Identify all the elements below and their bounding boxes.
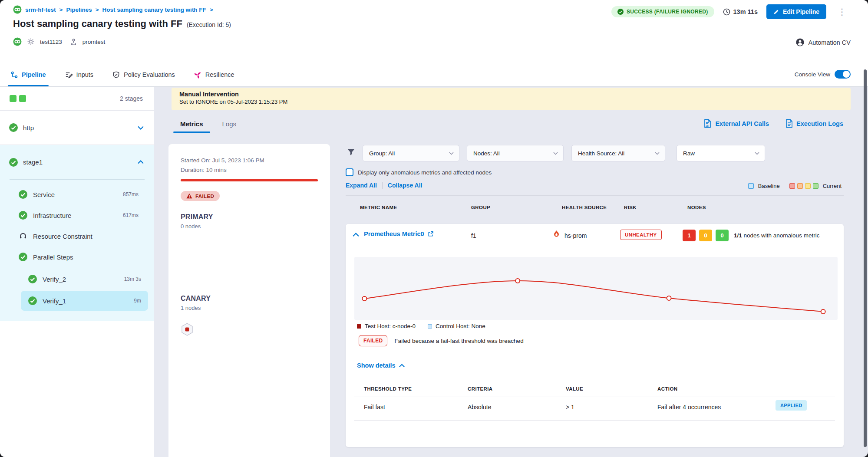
sidebar-step-infrastructure[interactable]: Infrastructure 617ms: [0, 205, 154, 226]
vertical-scrollbar[interactable]: [864, 69, 867, 447]
status-badge: SUCCESS (FAILURE IGNORED): [611, 6, 714, 17]
harness-logo-icon: [13, 5, 22, 14]
more-options-icon[interactable]: ⋮: [835, 7, 849, 17]
api-document-icon: API: [703, 119, 712, 128]
filter-funnel-icon: [347, 149, 355, 156]
breadcrumb-pipelines[interactable]: Pipelines: [66, 7, 92, 13]
prometheus-flame-icon: [552, 230, 561, 240]
chart-data-point[interactable]: [362, 296, 366, 301]
user-icon: [796, 38, 804, 46]
chart-data-point[interactable]: [667, 296, 671, 300]
col-criteria: CRITERIA: [468, 386, 493, 391]
health-source-filter-dropdown[interactable]: Health Source: All: [571, 145, 665, 161]
console-view-toggle[interactable]: [835, 70, 851, 79]
metric-chart-panel[interactable]: [354, 257, 838, 320]
col-risk: RISK: [624, 205, 637, 210]
warning-triangle-icon: [186, 193, 192, 199]
applied-badge: APPLIED: [776, 400, 807, 411]
banner-title: Manual Intervention: [179, 91, 843, 98]
expand-collapse-controls: Expand All Collapse All: [346, 182, 422, 189]
sidebar-stage-http[interactable]: http: [0, 111, 154, 145]
col-group: GROUP: [471, 205, 490, 210]
chart-data-point[interactable]: [515, 279, 520, 283]
anomalous-node-count-badge[interactable]: 1: [683, 230, 696, 241]
execution-logs-link[interactable]: Execution Logs: [785, 119, 843, 128]
baseline-legend-label: Baseline: [758, 183, 780, 189]
collapse-all-link[interactable]: Collapse All: [388, 182, 422, 189]
headphones-icon: [18, 231, 28, 241]
chart-data-point[interactable]: [821, 309, 825, 314]
harness-pipeline-execution-page: srm-hf-test > Pipelines > Host sampling …: [0, 0, 868, 457]
show-details-link[interactable]: Show details: [357, 362, 405, 369]
tab-policy-evaluations[interactable]: Policy Evaluations: [112, 63, 175, 86]
log-links: API External API Calls Execution Logs: [703, 119, 843, 128]
sidebar-step-parallel-steps[interactable]: Parallel Steps: [0, 247, 154, 267]
failure-reason-row: FAILED Failed because a fail-fast thresh…: [359, 335, 524, 346]
chevron-right-icon: >: [96, 7, 99, 13]
console-view-control: Console View: [795, 70, 851, 79]
chevron-right-icon: >: [59, 7, 63, 13]
sidebar-step-verify-2[interactable]: Verify_2 13m 3s: [21, 269, 148, 289]
edit-pipeline-button[interactable]: Edit Pipeline: [766, 4, 826, 19]
risk-badge: UNHEALTHY: [620, 230, 662, 240]
test-host-key: Test Host: c-node-0: [357, 323, 416, 329]
collapse-metric-chevron[interactable]: [353, 233, 359, 237]
breadcrumb: srm-hf-test > Pipelines > Host sampling …: [13, 5, 213, 14]
harness-logo-icon: [13, 37, 22, 46]
anomalous-filter-checkbox[interactable]: [346, 168, 353, 176]
col-threshold-type: THRESHOLD TYPE: [364, 386, 412, 391]
host-legend: Test Host: c-node-0 Control Host: None: [357, 323, 485, 329]
sidebar-step-verify-1[interactable]: Verify_1 9m: [21, 291, 148, 311]
tab-resilience[interactable]: Resilience: [194, 63, 234, 86]
subtab-metrics[interactable]: Metrics: [180, 115, 203, 133]
metric-name-link[interactable]: Prometheus Metric0: [364, 230, 434, 237]
step-duration: 9m: [134, 298, 141, 304]
tab-pipeline[interactable]: Pipeline: [10, 63, 46, 86]
canary-node-hexagon[interactable]: [181, 322, 318, 336]
sidebar-step-service[interactable]: Service 857ms: [0, 184, 154, 205]
sidebar-step-resource-constraint[interactable]: Resource Constraint: [0, 226, 154, 247]
primary-label: PRIMARY: [181, 213, 318, 221]
external-link-icon: [428, 231, 434, 237]
header-actions: SUCCESS (FAILURE IGNORED) 13m 11s Edit P…: [611, 4, 849, 19]
warning-node-count-badge[interactable]: 0: [699, 230, 712, 241]
canary-node-count: 1 nodes: [181, 305, 318, 311]
metric-group: f1: [471, 232, 476, 239]
mode-dropdown[interactable]: Raw: [677, 145, 765, 161]
svg-text:API: API: [706, 125, 710, 128]
healthy-node-count-badge[interactable]: 0: [716, 230, 729, 241]
test-host-swatch: [357, 324, 361, 329]
resilience-pinwheel-icon: [194, 71, 201, 79]
main-tabbar: Pipeline Inputs Policy Evaluations Resil…: [10, 63, 234, 86]
breadcrumb-pipeline-name[interactable]: Host sampling canary testing with FF: [102, 7, 206, 13]
success-check-icon: [28, 296, 37, 306]
nodes-filter-dropdown[interactable]: Nodes: All: [467, 145, 564, 161]
clock-icon: [723, 8, 730, 16]
current-legend-label: Current: [823, 183, 842, 189]
chevron-down-icon: [553, 152, 558, 155]
breadcrumb-project[interactable]: srm-hf-test: [25, 7, 56, 13]
external-api-calls-link[interactable]: API External API Calls: [703, 119, 769, 128]
current-user[interactable]: Automation CV: [796, 38, 851, 46]
value-cell: > 1: [566, 404, 574, 411]
service-name[interactable]: test1123: [40, 39, 62, 45]
started-on: Started On: Jul 5, 2023 1:06 PM: [181, 157, 318, 164]
monitored-service-icon: [70, 38, 77, 46]
execution-stages-sidebar: 2 stages http stage1 Service 857ms: [0, 87, 154, 457]
expand-all-link[interactable]: Expand All: [346, 182, 377, 189]
chevron-down-icon: [449, 152, 454, 155]
check-circle-icon: [617, 9, 624, 15]
group-filter-dropdown[interactable]: Group: All: [363, 145, 459, 161]
failed-status-pill: FAILED: [181, 191, 220, 201]
success-check-icon: [18, 252, 28, 262]
tab-inputs[interactable]: Inputs: [65, 63, 94, 86]
nodes-summary: 1/1 nodes with anomalous metric: [734, 232, 819, 239]
inputs-icon: [65, 71, 73, 79]
divider: [354, 420, 835, 421]
title-row: Host sampling canary testing with FF (Ex…: [13, 18, 231, 30]
success-check-icon: [28, 274, 37, 284]
monitored-service-name[interactable]: promtest: [83, 39, 106, 45]
subtab-logs[interactable]: Logs: [222, 115, 237, 133]
sidebar-stage-stage1[interactable]: stage1: [0, 145, 154, 179]
pencil-icon: [773, 9, 779, 15]
